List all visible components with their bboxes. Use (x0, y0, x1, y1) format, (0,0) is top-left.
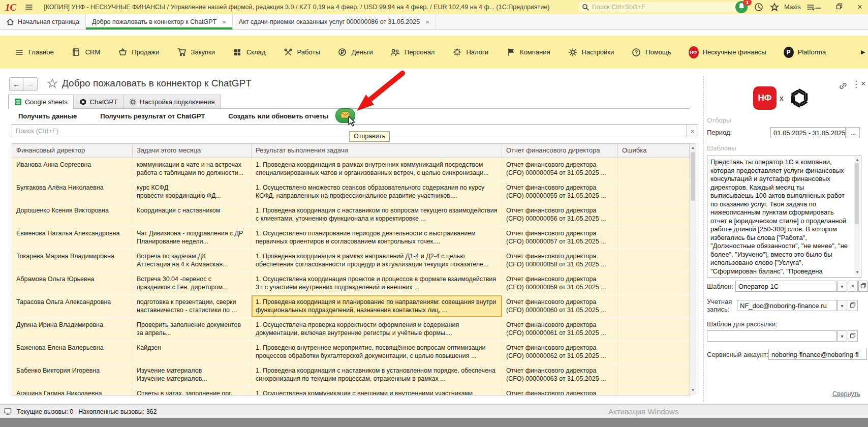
cell-error[interactable] (618, 181, 690, 203)
cell-director[interactable]: Иванова Анна Сергеевна (12, 158, 133, 180)
scroll-up-icon[interactable]: ▲ (690, 145, 696, 150)
ribbon-item-platforma[interactable]: PPlatforma (784, 47, 826, 57)
more-actions-icon[interactable]: ⋮ (852, 79, 860, 89)
cell-tasks[interactable]: Встреча по задачам ДК Аттестация на 4 к … (133, 250, 252, 271)
tab-close-icon[interactable]: × (222, 18, 226, 26)
table-scrollbar[interactable]: ▲ ▼ (690, 143, 696, 394)
ribbon-item-staff[interactable]: Персонал (390, 47, 435, 57)
cell-director[interactable]: Дугина Ирина Владимировна (12, 318, 133, 340)
template-textarea[interactable]: Представь ты оператор 1С в компании, кот… (707, 156, 861, 278)
cell-error[interactable] (618, 227, 690, 249)
favorite-star-icon[interactable] (47, 78, 58, 89)
nav-back-button[interactable]: ← (9, 77, 24, 91)
cell-report[interactable]: Отчет финансового директора (CFO) 000000… (502, 181, 618, 203)
table-row[interactable]: Дугина Ирина ВладимировнаПроверить запол… (12, 318, 690, 341)
scrollbar-thumb[interactable] (691, 152, 695, 201)
template-scrollbar[interactable]: ▲ ▼ (854, 157, 860, 276)
table-row[interactable]: Токарева Марина ВладимировнаВстреча по з… (12, 250, 690, 272)
table-row[interactable]: Абрамова Ольга ЮрьевнаВстреча 30.04 -пер… (12, 272, 690, 295)
cell-result[interactable]: 1. Проведено внутреннее мероприятие, пос… (252, 341, 502, 363)
mailing-select[interactable] (707, 330, 836, 342)
page-tab-connector[interactable]: Добро пожаловать в коннектор к ChatGPT× (86, 14, 233, 29)
cell-error[interactable] (618, 272, 690, 294)
scroll-down-icon[interactable]: ▼ (690, 388, 696, 392)
template-open-icon[interactable] (858, 281, 868, 292)
cell-director[interactable]: Абрамова Ольга Юрьевна (12, 272, 133, 294)
history-button[interactable] (753, 2, 764, 13)
close-page-icon[interactable]: × (861, 79, 865, 88)
table-row[interactable]: Иванова Анна Сергеевнакоммуникации в чат… (12, 158, 690, 181)
subtab-gsheets[interactable]: Google sheets (8, 95, 74, 109)
template-select[interactable]: Оператор 1С (735, 281, 836, 292)
account-select[interactable]: NF_doc@noboring-finance.ru (737, 300, 836, 311)
cell-error[interactable] (618, 364, 690, 386)
cell-report[interactable]: Отчет финансового директора (CFO) 000000… (502, 364, 618, 386)
cell-error[interactable] (618, 387, 690, 395)
cell-director[interactable]: Тарасова Ольга Александровна (12, 295, 133, 317)
cell-director[interactable]: Дорошенко Ксения Викторовна (12, 204, 133, 226)
cell-report[interactable]: Отчет финансового директора (502, 387, 618, 395)
cell-report[interactable]: Отчет финансового директора (CFO) 000000… (502, 341, 618, 363)
ribbon-item-money[interactable]: Деньги (337, 47, 373, 57)
cell-report[interactable]: Отчет финансового директора (CFO) 000000… (502, 227, 618, 249)
cell-tasks[interactable]: Встреча 30.04 -перенос с праздников с Ге… (133, 272, 252, 294)
cell-error[interactable] (618, 158, 690, 180)
ribbon-item-company[interactable]: Компания (506, 47, 550, 57)
cell-report[interactable]: Отчет финансового директора (CFO) 000000… (502, 158, 618, 180)
cell-tasks[interactable]: Кайдзен (133, 341, 252, 363)
ribbon-item-works[interactable]: Работы (283, 47, 320, 57)
cell-result[interactable]: 1. Проведена координация в рамках внутре… (252, 158, 502, 180)
table-row[interactable]: Тарасова Ольга Александровнаподготовка к… (12, 295, 690, 318)
tab-close-icon[interactable]: × (425, 18, 429, 26)
page-tab-home[interactable]: Начальная страница (0, 14, 86, 29)
subtab-chatgpt[interactable]: ChatGPT (73, 95, 123, 108)
scroll-down-icon[interactable]: ▼ (854, 270, 860, 274)
cell-director[interactable]: Агашина Галина Николаевна (12, 387, 133, 395)
cell-tasks[interactable]: коммуникации в чате и на встречах работа… (133, 158, 252, 180)
column-header-result[interactable]: Результат выполнения задачи (252, 144, 502, 158)
global-search-input[interactable]: Поиск Ctrl+Shift+F (579, 2, 737, 12)
cell-error[interactable] (618, 318, 690, 340)
cell-result[interactable]: 1. Осуществлена координация проектов и п… (252, 272, 502, 294)
get-link-icon[interactable] (838, 80, 849, 92)
toolbar-button-0[interactable]: Получить данные (18, 112, 77, 120)
cell-tasks[interactable]: Координация с наставником (133, 204, 252, 226)
subtab-connection[interactable]: Настройка подключения (123, 95, 221, 108)
cell-director[interactable]: Евменова Наталья Александровна (12, 227, 133, 249)
cell-director[interactable]: Баженова Елена Валерьевна (12, 341, 133, 363)
cell-result[interactable]: 1. Осуществлена коммуникация с внешними … (252, 387, 502, 395)
table-row[interactable]: Бабенко Виктория ИгоревнаИзучение матери… (12, 364, 690, 387)
cell-result[interactable]: 1. Проведена координация в рамках направ… (252, 250, 502, 271)
toolbar-button-2[interactable]: Создать или обновить отчеты (228, 112, 328, 120)
page-tab-act[interactable]: Акт сдачи-приемки оказанных услуг 000000… (233, 14, 436, 29)
template-dropdown-icon[interactable]: ▾ (837, 281, 847, 292)
ribbon-item-help[interactable]: ?Помощь (631, 47, 671, 57)
table-row[interactable]: Агашина Галина НиколаевнаОтветы в чатах,… (12, 387, 690, 395)
ribbon-item-taxes[interactable]: Налоги (452, 47, 488, 57)
minimize-button[interactable] (811, 0, 826, 14)
cell-result[interactable]: 1. Проведена координация с наставником п… (252, 204, 502, 226)
ribbon-item-crm[interactable]: CRM (71, 47, 101, 57)
cell-result[interactable]: 1. Проведена координация с наставником в… (252, 364, 502, 386)
cell-report[interactable]: Отчет финансового директора (CFO) 000000… (502, 272, 618, 294)
close-button[interactable]: × (852, 0, 867, 14)
cell-error[interactable] (618, 295, 690, 317)
table-row[interactable]: Евменова Наталья АлександровнаЧат Дивизи… (12, 227, 690, 250)
cell-result[interactable]: 1. Осуществлено планирование периодов де… (252, 227, 502, 249)
collapse-link[interactable]: Свернуть (832, 390, 860, 398)
table-row[interactable]: Баженова Елена ВалерьевнаКайдзен1. Прове… (12, 341, 690, 364)
cell-director[interactable]: Токарева Марина Владимировна (12, 250, 133, 271)
mailing-dropdown-icon[interactable]: ▾ (837, 330, 847, 342)
cell-tasks[interactable]: Ответы в чатах, заполнение орг. (133, 387, 252, 395)
account-open-icon[interactable] (848, 300, 858, 311)
column-header-report[interactable]: Отчет финансового директора (502, 144, 618, 158)
ribbon-item-warehouse[interactable]: Склад (232, 47, 266, 57)
restore-button[interactable] (831, 0, 847, 14)
account-dropdown-icon[interactable]: ▾ (837, 300, 847, 311)
table-row[interactable]: Булгакова Алёна Николаевнакурс КСФД пров… (12, 181, 690, 204)
current-user[interactable]: Maxis (784, 4, 801, 11)
panel-splitter[interactable] (703, 76, 704, 402)
cell-result[interactable]: 1. Проведена координация и планирование … (252, 295, 502, 317)
search-clear-button[interactable]: × (687, 124, 698, 138)
cell-director[interactable]: Булгакова Алёна Николаевна (12, 181, 133, 203)
